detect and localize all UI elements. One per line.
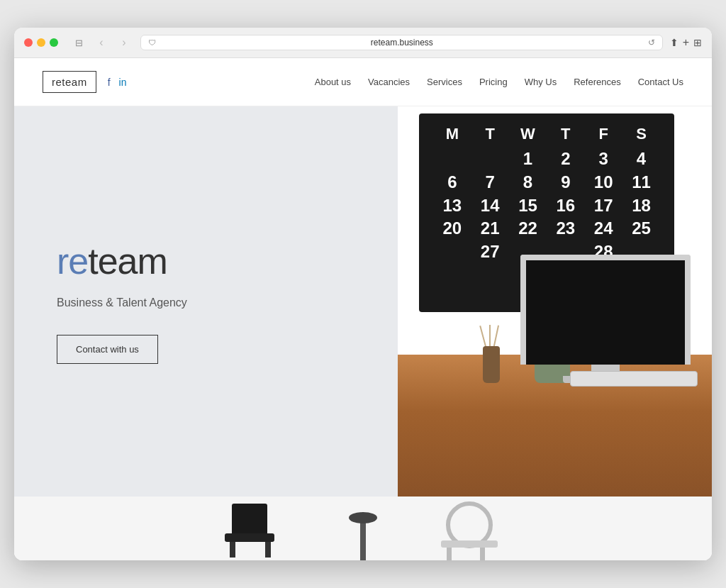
nav-services[interactable]: Services bbox=[427, 77, 462, 87]
bottom-strip bbox=[14, 497, 712, 560]
main-nav: About us Vacancies Services Pricing Why … bbox=[315, 77, 683, 87]
traffic-lights bbox=[24, 38, 58, 47]
cal-day-M: M bbox=[438, 125, 467, 143]
chair-center-stand bbox=[342, 497, 384, 560]
new-tab-button[interactable]: + bbox=[683, 36, 689, 49]
svg-rect-0 bbox=[232, 504, 267, 536]
linkedin-link[interactable]: in bbox=[119, 77, 127, 88]
sidebar-toggle-button[interactable]: ⊟ bbox=[69, 35, 88, 50]
nav-vacancies[interactable]: Vacancies bbox=[368, 77, 410, 87]
computer-monitor bbox=[520, 255, 691, 383]
social-links: f in bbox=[108, 77, 127, 88]
logo[interactable]: reteam bbox=[43, 71, 96, 93]
forward-button[interactable]: › bbox=[115, 35, 133, 50]
diffuser bbox=[483, 346, 500, 383]
hero-right: M T W T F S 0 0 1 2 3 4 bbox=[398, 106, 712, 497]
minimize-button[interactable] bbox=[37, 38, 45, 47]
stick-2 bbox=[489, 325, 491, 349]
cta-button[interactable]: Contact with us bbox=[57, 335, 158, 364]
hero-left: reteam Business & Talent Agency Contact … bbox=[14, 106, 398, 497]
browser-actions: ⬆ + ⊞ bbox=[670, 36, 702, 49]
nav-about[interactable]: About us bbox=[315, 77, 351, 87]
svg-point-5 bbox=[349, 512, 377, 523]
svg-rect-8 bbox=[447, 548, 452, 560]
logo-area: reteam f in bbox=[43, 71, 126, 93]
browser-window: ⊟ ‹ › 🛡 reteam.business ↺ ⬆ + ⊞ reteam f… bbox=[14, 28, 712, 560]
hero-section: reteam Business & Talent Agency Contact … bbox=[14, 106, 712, 497]
cal-row-1: 0 0 1 2 3 4 bbox=[433, 149, 660, 170]
cal-row-3: 13 14 15 16 17 18 bbox=[433, 196, 660, 216]
browser-chrome: ⊟ ‹ › 🛡 reteam.business ↺ ⬆ + ⊞ bbox=[14, 28, 712, 58]
svg-rect-7 bbox=[441, 540, 498, 548]
svg-rect-4 bbox=[360, 518, 366, 560]
brand-suffix: team bbox=[88, 240, 167, 282]
security-icon: 🛡 bbox=[148, 38, 156, 47]
keyboard bbox=[570, 371, 698, 387]
svg-rect-1 bbox=[225, 533, 274, 542]
diffuser-bottle bbox=[483, 346, 500, 383]
cal-row-4: 20 21 22 23 24 25 bbox=[433, 218, 660, 239]
monitor-screen bbox=[520, 255, 691, 365]
url-display: reteam.business bbox=[162, 38, 642, 48]
reload-button[interactable]: ↺ bbox=[648, 38, 655, 48]
grid-view-button[interactable]: ⊞ bbox=[693, 37, 702, 48]
close-button[interactable] bbox=[24, 38, 33, 47]
svg-rect-9 bbox=[480, 548, 485, 560]
hero-tagline: Business & Talent Agency bbox=[57, 296, 355, 309]
cal-day-T2: T bbox=[552, 125, 580, 143]
brand-prefix: re bbox=[57, 240, 88, 282]
site-header: reteam f in About us Vacancies Services … bbox=[14, 58, 712, 106]
cal-row-2: 6 7 8 9 10 11 bbox=[433, 172, 660, 193]
svg-rect-2 bbox=[230, 542, 235, 558]
calendar-header: M T W T F S bbox=[433, 125, 660, 143]
nav-contact[interactable]: Contact Us bbox=[638, 77, 683, 87]
hero-brand: reteam bbox=[57, 240, 355, 282]
svg-point-6 bbox=[448, 504, 491, 546]
address-bar[interactable]: 🛡 reteam.business ↺ bbox=[140, 35, 663, 50]
diffuser-sticks bbox=[486, 325, 494, 349]
cal-day-S: S bbox=[627, 125, 655, 143]
svg-rect-3 bbox=[265, 542, 271, 558]
nav-pricing[interactable]: Pricing bbox=[479, 77, 508, 87]
nav-references[interactable]: References bbox=[574, 77, 620, 87]
fullscreen-button[interactable] bbox=[50, 38, 58, 47]
browser-controls: ⊟ ‹ › bbox=[69, 35, 133, 50]
cal-day-T: T bbox=[476, 125, 504, 143]
cal-day-F: F bbox=[589, 125, 618, 143]
nav-whyus[interactable]: Why Us bbox=[525, 77, 557, 87]
back-button[interactable]: ‹ bbox=[92, 35, 111, 50]
chair-left-silhouette bbox=[214, 497, 299, 560]
facebook-link[interactable]: f bbox=[108, 77, 111, 88]
website-content: reteam f in About us Vacancies Services … bbox=[14, 58, 712, 560]
chair-right-silhouette bbox=[427, 497, 512, 560]
share-button[interactable]: ⬆ bbox=[670, 37, 678, 48]
cal-day-W: W bbox=[514, 125, 542, 143]
